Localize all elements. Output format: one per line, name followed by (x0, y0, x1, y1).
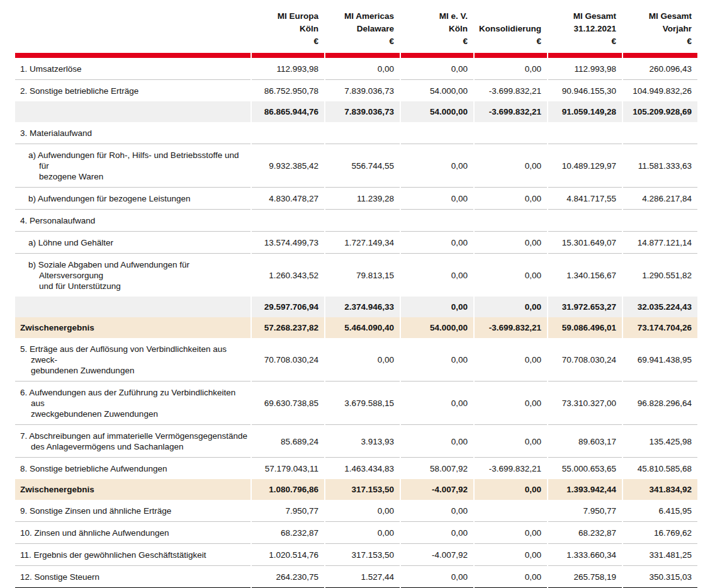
header-currency: € (252, 35, 318, 48)
cell-value: 73.310.327,00 (548, 382, 622, 425)
cell-value: 6.415,95 (623, 500, 697, 522)
cell-value: 556.744,55 (325, 144, 400, 188)
cell-value: 4.841.717,55 (548, 188, 622, 210)
cell-value: 1.340.156,67 (548, 254, 622, 297)
cell-value: 45.810.585,68 (623, 458, 697, 479)
cell-value: 1.463.434,83 (325, 458, 400, 479)
row-label-text: 12. Sonstige Steuern (20, 572, 248, 582)
subtotal-row: 86.865.944,767.839.036,7354.000,00-3.699… (15, 101, 697, 122)
row-label: 10. Zinsen und ähnliche Aufwendungen (15, 522, 251, 544)
cell-value: 1.727.149,34 (325, 232, 400, 254)
cell-value: -3.699.832,21 (475, 317, 547, 338)
row-label: Zwischenergebnis (15, 317, 251, 338)
cell-value: 0,00 (401, 425, 473, 458)
cell-value: 1.333.660,34 (548, 544, 622, 566)
cell-value: -4.007,92 (401, 544, 473, 566)
cell-value: 0,00 (475, 479, 547, 500)
header-line: MI Gesamt (548, 10, 616, 23)
table-row: 2. Sonstige betriebliche Erträge86.752.9… (15, 80, 697, 101)
row-label: 6. Aufwendungen aus der Zuführung zu Ver… (15, 382, 251, 425)
cell-value: 16.769,62 (623, 522, 697, 544)
column-header-mi-europa-koeln: MI Europa Köln € (252, 10, 324, 58)
cell-value: 7.950,77 (548, 500, 622, 522)
cell-value (401, 122, 473, 144)
cell-value: 5.464.090,40 (325, 317, 400, 338)
cell-value: 135.425,98 (623, 425, 697, 458)
cell-value: 3.913,93 (325, 425, 400, 458)
cell-value (252, 122, 324, 144)
cell-value: 2.374.946,33 (325, 297, 400, 317)
header-line: MI Gesamt (623, 10, 692, 23)
cell-value: 0,00 (325, 522, 400, 544)
row-label-text: 4. Personalaufwand (20, 215, 248, 226)
row-label: 8. Sonstige betriebliche Aufwendungen (15, 458, 251, 479)
row-label-text: b) Soziale Abgaben und Aufwendungen für … (28, 259, 248, 291)
row-label-text: b) Aufwendungen für bezogene Leistungen (28, 193, 248, 204)
table-row: b) Aufwendungen für bezogene Leistungen4… (15, 188, 697, 210)
header-line: MI e. V. (401, 10, 468, 23)
cell-value: 331.481,25 (623, 544, 697, 566)
cell-value: 70.708.030,24 (252, 338, 324, 382)
column-header-konsolidierung: Konsolidierung € (475, 10, 547, 58)
cell-value: 29.597.706,94 (252, 297, 324, 317)
cell-value: 0,00 (475, 58, 547, 80)
cell-value: 73.174.704,26 (623, 317, 697, 338)
result-row: Zwischenergebnis57.268.237,825.464.090,4… (15, 317, 697, 338)
cell-value: 0,00 (475, 188, 547, 210)
cell-value: 0,00 (325, 500, 400, 522)
header-line: Konsolidierung (475, 23, 541, 35)
column-header-mi-gesamt-vorjahr: MI Gesamt Vorjahr € (623, 10, 697, 58)
cell-value: 54.000,00 (401, 317, 473, 338)
header-line: MI Americas (325, 10, 394, 23)
cell-value: 0,00 (401, 254, 473, 297)
cell-value: 260.096,43 (623, 58, 697, 80)
cell-value (623, 122, 697, 144)
cell-value: 57.268.237,82 (252, 317, 324, 338)
row-label: 11. Ergebnis der gewöhnlichen Geschäftst… (15, 544, 251, 566)
cell-value: 69.941.438,95 (623, 338, 697, 382)
column-header-mi-ev-koeln: MI e. V. Köln € (401, 10, 473, 58)
cell-value: 90.946.155,30 (548, 80, 622, 101)
cell-value: 112.993,98 (252, 58, 324, 80)
row-label-text: 11. Ergebnis der gewöhnlichen Geschäftst… (20, 550, 248, 560)
cell-value: -4.007,92 (401, 479, 473, 500)
table-row: 9. Sonstige Zinsen und ähnliche Erträge7… (15, 500, 697, 522)
cell-value: 14.877.121,14 (623, 232, 697, 254)
cell-value: 0,00 (401, 58, 473, 80)
cell-value: 0,00 (401, 522, 473, 544)
cell-value: 0,00 (475, 254, 547, 297)
cell-value: 350.315,03 (623, 566, 697, 587)
cell-value: -3.699.832,21 (475, 80, 547, 101)
row-label: b) Aufwendungen für bezogene Leistungen (15, 188, 251, 210)
cell-value (401, 210, 473, 232)
table-row: 8. Sonstige betriebliche Aufwendungen57.… (15, 458, 697, 479)
header-line: Delaware (325, 23, 394, 35)
table-header: MI Europa Köln € MI Americas Delaware € … (15, 10, 697, 58)
cell-value: 54.000,00 (401, 101, 473, 122)
table-row: 1. Umsatzerlöse112.993,980,000,000,00112… (15, 58, 697, 80)
row-label-text: Zwischenergebnis (20, 322, 248, 333)
table-row: 6. Aufwendungen aus der Zuführung zu Ver… (15, 382, 697, 425)
row-label: 4. Personalaufwand (15, 210, 251, 232)
cell-value: 1.527,44 (325, 566, 400, 587)
table-row: a) Löhne und Gehälter13.574.499,731.727.… (15, 232, 697, 254)
header-row: MI Europa Köln € MI Americas Delaware € … (15, 10, 697, 58)
cell-value: 3.679.588,15 (325, 382, 400, 425)
cell-value (475, 122, 547, 144)
cell-value (475, 500, 547, 522)
cell-value: 265.758,19 (548, 566, 622, 587)
table-row: 7. Abschreibungen auf immaterielle Vermö… (15, 425, 697, 458)
cell-value: 1.020.514,76 (252, 544, 324, 566)
cell-value: 13.574.499,73 (252, 232, 324, 254)
row-label: 3. Materialaufwand (15, 122, 251, 144)
cell-value: 79.813,15 (325, 254, 400, 297)
cell-value: 0,00 (401, 338, 473, 382)
cell-value: 317.153,50 (325, 544, 400, 566)
cell-value: 57.179.043,11 (252, 458, 324, 479)
cell-value: 0,00 (475, 297, 547, 317)
cell-value: 68.232,87 (548, 522, 622, 544)
row-label-text: Zwischenergebnis (20, 484, 248, 495)
row-label: 9. Sonstige Zinsen und ähnliche Erträge (15, 500, 251, 522)
row-label: 1. Umsatzerlöse (15, 58, 251, 80)
cell-value: 7.950,77 (252, 500, 324, 522)
